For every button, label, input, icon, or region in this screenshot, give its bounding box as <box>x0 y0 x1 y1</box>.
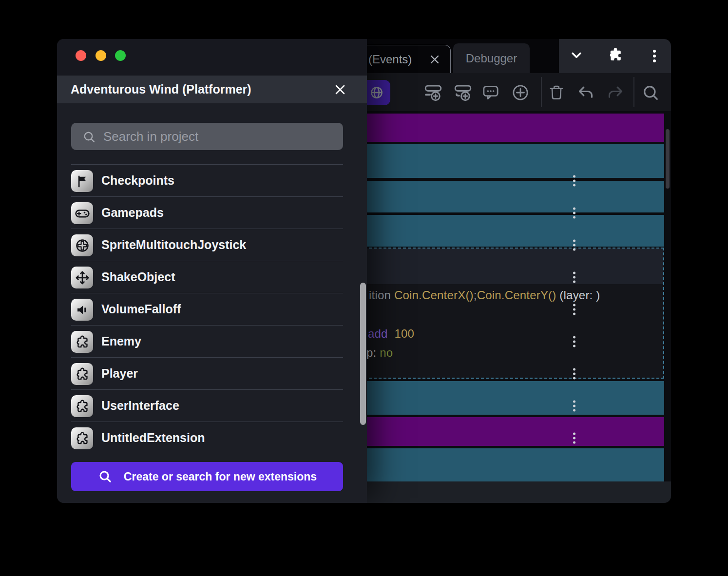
extensions-dialog: Adventurous Wind (Platformer) Checkpoint… <box>57 39 367 503</box>
item-menu-button[interactable] <box>318 267 337 288</box>
puzzle-white-icon[interactable] <box>607 46 624 66</box>
trash-icon[interactable] <box>547 83 566 104</box>
joystick-icon <box>71 234 93 256</box>
tab-events-label: (Events) <box>368 53 412 66</box>
traffic-light-zoom[interactable] <box>115 50 126 61</box>
chevron-down-icon[interactable] <box>568 47 585 65</box>
list-item-enemy[interactable]: Enemy <box>71 325 343 357</box>
add-circle-icon[interactable] <box>511 83 530 104</box>
toolbar-divider <box>541 77 542 107</box>
globe-icon <box>369 85 384 100</box>
puzzle-icon <box>71 331 93 353</box>
kebab-menu-icon[interactable] <box>649 46 660 66</box>
puzzle-icon <box>71 427 93 449</box>
add-event-icon[interactable] <box>423 82 443 105</box>
speaker-icon <box>71 299 93 321</box>
item-menu-button[interactable] <box>318 203 337 223</box>
list-item-userinterface[interactable]: UserInterface <box>71 389 343 422</box>
puzzle-icon <box>71 363 93 385</box>
list-item-untitledextension[interactable]: UntitledExtension <box>71 422 343 454</box>
dialog-scrollbar[interactable] <box>360 283 366 425</box>
tab-debugger[interactable]: Debugger <box>453 43 530 73</box>
item-menu-button[interactable] <box>318 331 337 352</box>
move-icon <box>71 267 93 288</box>
event-action-text[interactable]: p: no <box>366 346 393 360</box>
list-item-player[interactable]: Player <box>71 357 343 389</box>
list-item-gamepads[interactable]: Gamepads <box>71 196 343 229</box>
create-search-extensions-button[interactable]: Create or search for new extensions <box>71 462 343 491</box>
list-item-checkpoints[interactable]: Checkpoints <box>71 164 343 196</box>
project-search-field[interactable] <box>71 123 343 150</box>
tab-close-icon[interactable] <box>428 53 441 66</box>
traffic-light-minimize[interactable] <box>96 50 106 61</box>
event-action-text[interactable]: add 100 <box>368 327 414 341</box>
event-action-text[interactable]: ition Coin.CenterX();Coin.CenterY() (lay… <box>369 288 600 302</box>
redo-icon[interactable] <box>606 83 625 104</box>
window-titlebar <box>57 39 367 76</box>
item-menu-button[interactable] <box>318 428 337 448</box>
item-menu-button[interactable] <box>318 299 337 320</box>
toolbar-divider <box>633 77 634 107</box>
flag-icon <box>71 170 93 192</box>
add-subevent-icon[interactable] <box>453 82 473 105</box>
list-item-volumefalloff[interactable]: VolumeFalloff <box>71 293 343 325</box>
utility-panel <box>559 39 671 73</box>
item-menu-button[interactable] <box>318 235 337 255</box>
search-icon <box>82 130 96 144</box>
item-menu-button[interactable] <box>318 171 337 191</box>
item-menu-button[interactable] <box>318 396 337 416</box>
search-icon <box>97 469 113 484</box>
comment-icon[interactable] <box>481 83 500 104</box>
dialog-title: Adventurous Wind (Platformer) <box>71 82 251 96</box>
gamepad-icon <box>71 202 93 224</box>
dialog-header: Adventurous Wind (Platformer) <box>57 76 367 103</box>
toolbar-search-icon[interactable] <box>641 83 660 104</box>
undo-icon[interactable] <box>576 83 595 104</box>
item-menu-button[interactable] <box>318 364 337 384</box>
traffic-light-close[interactable] <box>76 50 86 61</box>
dialog-close-icon[interactable] <box>333 82 347 97</box>
list-item-spritemultitouchjoystick[interactable]: SpriteMultitouchJoystick <box>71 229 343 261</box>
search-input[interactable] <box>103 123 332 150</box>
extensions-list: Checkpoints Gamepads SpriteMultitouchJoy… <box>71 164 343 454</box>
events-scrollbar[interactable] <box>666 129 670 189</box>
app-window: (Events) Debugger <box>57 39 671 503</box>
list-item-shakeobject[interactable]: ShakeObject <box>71 261 343 293</box>
puzzle-icon <box>71 395 93 417</box>
